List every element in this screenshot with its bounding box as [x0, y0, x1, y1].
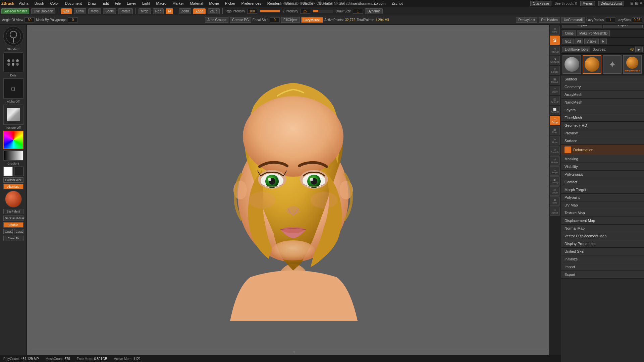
alpha-preview[interactable]: α [3, 78, 23, 99]
section-surface[interactable]: Surface [561, 137, 644, 145]
section-geometry-hd[interactable]: Geometry HD [561, 122, 644, 129]
thumb-simplemesh[interactable] [583, 55, 601, 74]
rotate-btn[interactable]: Rotate [118, 8, 132, 14]
mrgb-btn[interactable]: Mrgb [139, 8, 151, 14]
menu-render[interactable]: Render [266, 1, 281, 5]
rgb-btn[interactable]: Rgb [153, 8, 164, 14]
crease-pg-btn[interactable]: Crease PG [230, 17, 251, 23]
ris-solo[interactable]: ◉Solo [550, 196, 560, 206]
sources-edit-btn[interactable]: ▶ [635, 47, 643, 52]
menu-file[interactable]: File [113, 1, 122, 5]
quicksave-btn[interactable]: QuickSave [530, 1, 551, 6]
brush-preview[interactable] [3, 26, 23, 46]
replay-last-btn[interactable]: ReplayLast [516, 17, 537, 23]
section-layers[interactable]: Layers [561, 106, 644, 114]
zedd-btn[interactable]: Zedd [179, 8, 191, 14]
goz-btn[interactable]: GoZ [562, 39, 574, 44]
menu-edit[interactable]: Edit [101, 1, 110, 5]
ris-xpose[interactable]: ⬡Xpose [550, 206, 560, 216]
menu-stroke[interactable]: Stroke [301, 1, 315, 5]
menu-document[interactable]: Document [64, 1, 83, 5]
dynamic-btn[interactable]: Dynamic [365, 8, 383, 14]
ris-floor[interactable]: ▦Floor [550, 126, 560, 135]
section-deformation[interactable]: Deformation [561, 145, 644, 155]
zsub-btn[interactable]: Zsub [208, 8, 220, 14]
white-swatch[interactable] [3, 167, 13, 176]
switch-color-btn[interactable]: SwitchColor [3, 177, 23, 183]
section-subtool[interactable]: Subtool [561, 75, 644, 83]
ris-polyf[interactable]: ⬡PolyF [550, 166, 560, 176]
default-zscript-btn[interactable]: DefaultZScript [598, 1, 624, 6]
clone-btn[interactable]: Clone [562, 31, 576, 36]
thumb-polymesh[interactable]: SimpleMesh [623, 55, 642, 74]
ris-move[interactable]: ✛Move [550, 136, 560, 145]
menu-layer[interactable]: Layer [125, 1, 138, 5]
ris-rotate[interactable]: ↺Rotate [550, 156, 560, 166]
menu-color[interactable]: Color [49, 1, 60, 5]
canvas-area[interactable]: ⌄ [27, 25, 561, 355]
section-display-properties[interactable]: Display Properties [561, 240, 644, 248]
ris-ghost[interactable]: ◫Ghost [550, 186, 560, 196]
section-normal-map[interactable]: Normal Map [561, 225, 644, 232]
rgb-intensity-slider[interactable] [260, 10, 280, 12]
make-polymesh-btn[interactable]: Make PolyMesh3D [577, 31, 610, 36]
ris-transp[interactable]: ◧Transp [550, 176, 560, 186]
section-import[interactable]: Import [561, 263, 644, 271]
color-swatch[interactable] [3, 131, 23, 149]
auto-groups-btn[interactable]: Auto Groups [205, 17, 228, 23]
section-displacement-map[interactable]: Displacement Map [561, 217, 644, 225]
menu-macro[interactable]: Macro [155, 1, 168, 5]
ris-selectr[interactable]: ⬜SelectR [550, 106, 560, 115]
fill-object-btn[interactable]: FillObject [281, 17, 300, 23]
menu-zplugin[interactable]: Zplugin [372, 1, 387, 5]
alternate-btn[interactable]: Alternate [3, 184, 23, 189]
section-polygroups[interactable]: Polygroups [561, 171, 644, 178]
scale-btn[interactable]: Scale [103, 8, 116, 14]
sys-palette-btn[interactable]: SysPaletti [3, 209, 23, 214]
section-contact[interactable]: Contact [561, 178, 644, 186]
section-texture-map[interactable]: Texture Map [561, 209, 644, 217]
ris-masla[interactable]: ▦MasLa [550, 76, 560, 85]
move-btn[interactable]: Move [88, 8, 101, 14]
ris-selectf[interactable]: ◫SelectF [550, 96, 560, 105]
ris-skinsha[interactable]: ◑SkinSha [550, 56, 560, 65]
menu-surface[interactable]: Surface [318, 1, 333, 5]
clear-to-btn[interactable]: Clear To [3, 236, 23, 241]
section-geometry[interactable]: Geometry [561, 83, 644, 91]
menu-picker[interactable]: Picker [224, 1, 237, 5]
section-preview[interactable]: Preview [561, 129, 644, 137]
z-intensity-slider[interactable] [313, 10, 333, 12]
menu-movie[interactable]: Movie [208, 1, 220, 5]
section-visibility[interactable]: Visibility [561, 163, 644, 171]
brush-dots-preview[interactable] [3, 52, 23, 72]
menu-stencil[interactable]: Stencil [284, 1, 298, 5]
section-fiber-mesh[interactable]: FiberMesh [561, 114, 644, 122]
viewport[interactable]: ⌄ [27, 25, 561, 355]
menu-transform[interactable]: Transform [350, 1, 369, 5]
section-nano-mesh[interactable]: NanoMesh [561, 99, 644, 106]
visible-btn[interactable]: Visible [584, 39, 599, 44]
menu-tool[interactable]: Tool [337, 1, 346, 5]
live-boolean-btn[interactable]: Live Boolean [31, 8, 55, 14]
ris-s[interactable]: S [550, 36, 560, 45]
zadd-btn[interactable]: Zadd [193, 8, 206, 14]
subtool-master-btn[interactable]: SubTool Master [1, 8, 29, 14]
gradient-box[interactable] [3, 150, 23, 161]
section-polypaint[interactable]: Polypaint [561, 194, 644, 201]
section-initialize[interactable]: Initialize [561, 255, 644, 263]
thumb-sphere[interactable] [562, 55, 581, 74]
double-btn[interactable]: Double [3, 222, 23, 228]
m-btn[interactable]: M [166, 8, 173, 14]
menu-light[interactable]: Light [141, 1, 152, 5]
section-morph-target[interactable]: Morph Target [561, 186, 644, 194]
un-crease-all-btn[interactable]: UnCreaseAll [561, 17, 585, 23]
menu-draw[interactable]: Draw [87, 1, 98, 5]
menu-zscript[interactable]: Zscript [390, 1, 404, 5]
menu-alpha[interactable]: Alpha [18, 1, 30, 5]
menu-preferences[interactable]: Preferences [240, 1, 262, 5]
del-hidden-btn[interactable]: Del Hidden [539, 17, 560, 23]
section-export[interactable]: Export [561, 271, 644, 279]
ris-zoomto[interactable]: ⊙ZoomTo [550, 146, 560, 156]
material-ball[interactable] [5, 191, 22, 207]
ris-flatcol[interactable]: ◻Flat Col [550, 46, 560, 55]
